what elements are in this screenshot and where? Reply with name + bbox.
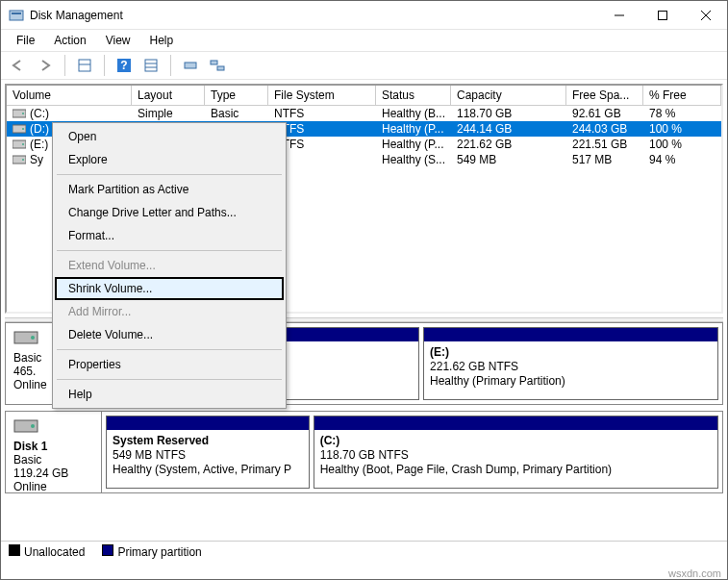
disk-row-1: Disk 1 Basic 119.24 GB Online System Res… (5, 411, 723, 493)
partition-title: (C:) (320, 434, 340, 447)
col-status[interactable]: Status (376, 86, 451, 106)
legend-primary: Primary partition (102, 544, 201, 559)
ctx-explore[interactable]: Explore (55, 148, 284, 171)
svg-rect-10 (145, 60, 157, 71)
col-volume[interactable]: Volume (7, 86, 132, 106)
ctx-properties[interactable]: Properties (55, 353, 284, 376)
svg-rect-6 (79, 60, 90, 71)
disk-icon (13, 417, 93, 438)
svg-rect-15 (217, 66, 224, 70)
svg-rect-13 (185, 63, 196, 68)
disk-label[interactable]: Disk 1 Basic 119.24 GB Online (6, 412, 102, 492)
partition-c[interactable]: (C:) 118.70 GB NTFS Healthy (Boot, Page … (314, 416, 718, 489)
ctx-extend: Extend Volume... (55, 254, 284, 277)
volume-icon (13, 123, 26, 135)
svg-rect-1 (12, 13, 21, 14)
volume-name: Sy (30, 153, 43, 166)
partition-stripe (107, 416, 309, 430)
toolbar: ? (1, 51, 727, 80)
svg-rect-3 (658, 11, 666, 19)
volume-icon (13, 154, 26, 165)
menu-view[interactable]: View (96, 32, 140, 49)
svg-point-19 (22, 128, 24, 130)
partition-system-reserved[interactable]: System Reserved 549 MB NTFS Healthy (Sys… (106, 416, 310, 489)
svg-rect-14 (211, 61, 217, 64)
maximize-button[interactable] (640, 1, 684, 29)
partition-title: (E:) (430, 345, 449, 359)
volume-icon (13, 139, 26, 150)
svg-point-25 (31, 336, 35, 340)
close-button[interactable] (684, 1, 727, 29)
back-button[interactable] (7, 54, 30, 77)
svg-text:?: ? (120, 59, 127, 72)
volume-icon (13, 108, 26, 119)
col-filesystem[interactable]: File System (268, 86, 376, 106)
col-capacity[interactable]: Capacity (451, 86, 566, 106)
volume-name: (D:) (30, 122, 49, 136)
forward-button[interactable] (34, 54, 57, 77)
toolbar-icon-2[interactable] (139, 54, 163, 77)
toolbar-icon-4[interactable] (206, 54, 229, 77)
volume-name: (C:) (30, 107, 49, 120)
volume-row[interactable]: (C:) Simple Basic NTFS Healthy (B... 118… (7, 106, 721, 121)
ctx-format[interactable]: Format... (55, 224, 284, 247)
menu-bar: File Action View Help (1, 30, 727, 51)
title-bar: Disk Management (1, 1, 727, 30)
svg-point-27 (31, 424, 35, 428)
watermark: wsxdn.com (668, 567, 721, 579)
toolbar-icon-3[interactable] (179, 54, 202, 77)
column-headers: Volume Layout Type File System Status Ca… (7, 86, 721, 106)
app-icon (9, 8, 24, 23)
context-menu: Open Explore Mark Partition as Active Ch… (52, 122, 287, 409)
partition-e[interactable]: (E:) 221.62 GB NTFS Healthy (Primary Par… (423, 327, 718, 400)
col-pctfree[interactable]: % Free (643, 86, 721, 106)
menu-action[interactable]: Action (44, 32, 95, 49)
legend-unallocated: Unallocated (9, 544, 85, 559)
svg-point-17 (22, 113, 24, 114)
menu-file[interactable]: File (7, 32, 44, 49)
col-layout[interactable]: Layout (132, 86, 205, 106)
ctx-delete[interactable]: Delete Volume... (55, 323, 284, 346)
window-title: Disk Management (30, 9, 597, 22)
col-type[interactable]: Type (205, 86, 268, 106)
ctx-change-letter[interactable]: Change Drive Letter and Paths... (55, 201, 284, 224)
ctx-open[interactable]: Open (55, 125, 284, 148)
minimize-button[interactable] (597, 1, 640, 29)
partition-stripe (314, 416, 717, 430)
help-button[interactable]: ? (113, 54, 136, 77)
ctx-shrink[interactable]: Shrink Volume... (55, 277, 284, 300)
volume-name: (E:) (30, 138, 48, 151)
legend: Unallocated Primary partition (1, 541, 727, 562)
svg-point-21 (22, 143, 24, 145)
svg-point-23 (22, 159, 24, 161)
menu-help[interactable]: Help (140, 32, 184, 49)
svg-rect-0 (10, 11, 23, 20)
disk-management-window: Disk Management File Action View Help ? … (0, 0, 728, 580)
toolbar-icon-1[interactable] (73, 54, 96, 77)
partition-title: System Reserved (113, 434, 209, 447)
ctx-mirror: Add Mirror... (55, 300, 284, 323)
ctx-mark-active[interactable]: Mark Partition as Active (55, 178, 284, 201)
disk-title: Disk 1 (13, 440, 93, 453)
col-free[interactable]: Free Spa... (566, 86, 643, 106)
partition-stripe (424, 328, 717, 341)
ctx-help[interactable]: Help (55, 383, 284, 406)
